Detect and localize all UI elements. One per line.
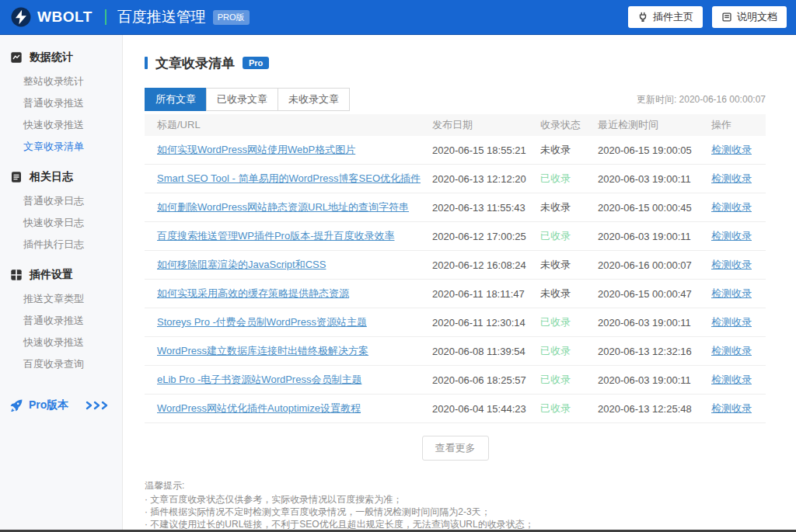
cell-publish-date: 2020-06-13 11:55:43	[432, 202, 537, 214]
sidebar-item[interactable]: 插件执行日志	[0, 234, 122, 256]
cell-title: 如何删除WordPress网站静态资源URL地址的查询字符串	[145, 200, 432, 214]
page-body: 数据统计 整站收录统计 普通收录推送 快速收录推送 文章收录清单 相关日志 普通…	[0, 35, 796, 532]
table-row: eLib Pro -电子书资源站WordPress会员制主题 2020-06-0…	[145, 366, 766, 395]
article-title-link[interactable]: 如何实现采用高效的缓存策略提供静态资源	[157, 287, 349, 299]
check-index-link[interactable]: 检测收录	[711, 316, 752, 328]
sidebar-item[interactable]: 普通收录日志	[0, 190, 122, 212]
cell-title: Storeys Pro -付费会员制WordPress资源站主题	[145, 315, 432, 329]
check-index-link[interactable]: 检测收录	[711, 144, 752, 155]
check-index-link[interactable]: 检测收录	[711, 172, 752, 184]
column-header-status: 收录状态	[537, 118, 598, 132]
cell-index-status: 未收录	[537, 143, 598, 157]
cell-action: 检测收录	[711, 315, 766, 329]
article-title-link[interactable]: eLib Pro -电子书资源站WordPress会员制主题	[157, 374, 361, 385]
cell-title: 百度搜索推送管理WP插件Pro版本-提升百度收录效率	[145, 229, 432, 243]
table-row: 如何实现WordPress网站使用WebP格式图片 2020-06-15 18:…	[145, 136, 766, 165]
sidebar-item-label: 插件执行日志	[23, 238, 84, 252]
article-title-link[interactable]: 百度搜索推送管理WP插件Pro版本-提升百度收录效率	[157, 230, 395, 242]
cell-index-status: 未收录	[537, 200, 598, 214]
cell-publish-date: 2020-06-04 15:44:23	[432, 403, 537, 415]
sidebar-section-stats-heading: 数据统计	[0, 49, 122, 71]
cell-index-status: 已收录	[537, 172, 598, 186]
sidebar: 数据统计 整站收录统计 普通收录推送 快速收录推送 文章收录清单 相关日志 普通…	[0, 35, 123, 532]
tip-item: 文章百度收录状态仅供参考，实际收录情况以百度搜索为准；	[145, 493, 796, 506]
article-title-link[interactable]: WordPress网站优化插件Autoptimize设置教程	[157, 402, 361, 414]
docs-button[interactable]: 说明文档	[712, 6, 787, 28]
check-index-link[interactable]: 检测收录	[711, 402, 752, 414]
table-row: 如何删除WordPress网站静态资源URL地址的查询字符串 2020-06-1…	[145, 193, 766, 222]
tab-not-included-articles[interactable]: 未收录文章	[278, 88, 350, 111]
check-index-link[interactable]: 检测收录	[711, 374, 752, 385]
more-wrap: 查看更多	[145, 436, 766, 461]
cell-title: WordPress建立数据库连接时出错终极解决方案	[145, 344, 432, 358]
cell-index-status: 已收录	[537, 315, 598, 329]
page-title-row: 文章收录清单 Pro	[145, 55, 796, 71]
table-row: Storeys Pro -付费会员制WordPress资源站主题 2020-06…	[145, 308, 766, 337]
header-left: WBOLT 百度推送管理 PRO版	[11, 7, 250, 27]
column-header-action: 操作	[711, 118, 766, 132]
check-index-link[interactable]: 检测收录	[711, 287, 752, 299]
sidebar-item[interactable]: 推送文章类型	[0, 288, 122, 310]
sidebar-item-label: 推送文章类型	[23, 292, 84, 306]
cell-publish-date: 2020-06-11 18:11:47	[432, 288, 537, 300]
plugin-home-label: 插件主页	[653, 10, 693, 24]
cell-action: 检测收录	[711, 344, 766, 358]
grid-icon	[10, 269, 23, 281]
article-title-link[interactable]: 如何实现WordPress网站使用WebP格式图片	[157, 144, 355, 155]
cell-title: 如何实现WordPress网站使用WebP格式图片	[145, 143, 432, 157]
tab-all-articles[interactable]: 所有文章	[145, 88, 207, 111]
app-title: 百度推送管理	[117, 7, 206, 27]
cell-index-status: 未收录	[537, 287, 598, 301]
sidebar-item-label: 普通收录推送	[23, 96, 84, 110]
plugin-home-button[interactable]: 插件主页	[628, 6, 703, 28]
brand-logo[interactable]: WBOLT	[11, 7, 93, 27]
article-title-link[interactable]: WordPress建立数据库连接时出错终极解决方案	[157, 345, 368, 356]
article-title-link[interactable]: Smart SEO Tool - 简单易用的WordPress博客SEO优化插件	[157, 172, 421, 184]
sidebar-section-settings-heading: 插件设置	[0, 266, 122, 288]
cell-publish-date: 2020-06-06 18:25:57	[432, 374, 537, 386]
cell-index-status: 已收录	[537, 373, 598, 387]
sidebar-item[interactable]: 百度收录查询	[0, 353, 122, 375]
tab-included-articles[interactable]: 已收录文章	[206, 88, 278, 111]
article-title-link[interactable]: Storeys Pro -付费会员制WordPress资源站主题	[157, 316, 367, 328]
sidebar-item-label: 文章收录清单	[23, 140, 84, 154]
table-toolbar: 所有文章 已收录文章 未收录文章 更新时间: 2020-06-16 00:00:…	[145, 88, 766, 111]
check-index-link[interactable]: 检测收录	[711, 201, 752, 213]
cell-index-status: 已收录	[537, 402, 598, 416]
sidebar-item[interactable]: 快速收录推送	[0, 332, 122, 353]
sidebar-section-logs-heading: 相关日志	[0, 169, 122, 190]
sidebar-item-label: 百度收录查询	[23, 357, 84, 371]
tips-list: 文章百度收录状态仅供参考，实际收录情况以百度搜索为准； 插件根据实际情况不定时检…	[145, 493, 796, 532]
load-more-button[interactable]: 查看更多	[422, 436, 489, 461]
sidebar-item-label: 快速收录推送	[23, 118, 84, 132]
cell-action: 检测收录	[711, 373, 766, 387]
article-title-link[interactable]: 如何删除WordPress网站静态资源URL地址的查询字符串	[157, 201, 409, 213]
check-index-link[interactable]: 检测收录	[711, 345, 752, 356]
cell-last-check-time: 2020-06-03 19:00:11	[598, 173, 711, 185]
log-icon	[10, 171, 23, 183]
cell-last-check-time: 2020-06-16 00:00:07	[598, 259, 711, 271]
cell-action: 检测收录	[711, 172, 766, 186]
sidebar-item[interactable]: 整站收录统计	[0, 71, 122, 92]
column-header-publish-date: 发布日期	[432, 118, 537, 132]
sidebar-pro-version-link[interactable]: Pro版本	[0, 386, 122, 412]
sidebar-item[interactable]: 普通收录推送	[0, 92, 122, 114]
sidebar-item[interactable]: 文章收录清单	[0, 136, 122, 158]
cell-publish-date: 2020-06-08 11:39:54	[432, 346, 537, 357]
check-index-link[interactable]: 检测收录	[711, 259, 752, 270]
sidebar-item[interactable]: 快速收录日志	[0, 212, 122, 234]
article-title-link[interactable]: 如何移除阻塞渲染的JavaScript和CSS	[157, 259, 326, 270]
cell-index-status: 已收录	[537, 344, 598, 358]
plug-icon	[637, 12, 648, 23]
page-title: 文章收录清单	[155, 54, 235, 72]
sidebar-item[interactable]: 快速收录推送	[0, 114, 122, 136]
cell-index-status: 已收录	[537, 229, 598, 243]
sidebar-section-logs: 相关日志 普通收录日志 快速收录日志 插件执行日志	[0, 169, 122, 256]
sidebar-item[interactable]: 普通收录推送	[0, 310, 122, 332]
tips-heading: 温馨提示:	[145, 479, 796, 492]
sidebar-section-title: 相关日志	[30, 170, 73, 184]
app-header: WBOLT 百度推送管理 PRO版 插件主页 说明文档	[0, 0, 796, 35]
sidebar-section-title: 数据统计	[30, 50, 73, 64]
check-index-link[interactable]: 检测收录	[711, 230, 752, 242]
cell-title: Smart SEO Tool - 简单易用的WordPress博客SEO优化插件	[145, 172, 432, 186]
